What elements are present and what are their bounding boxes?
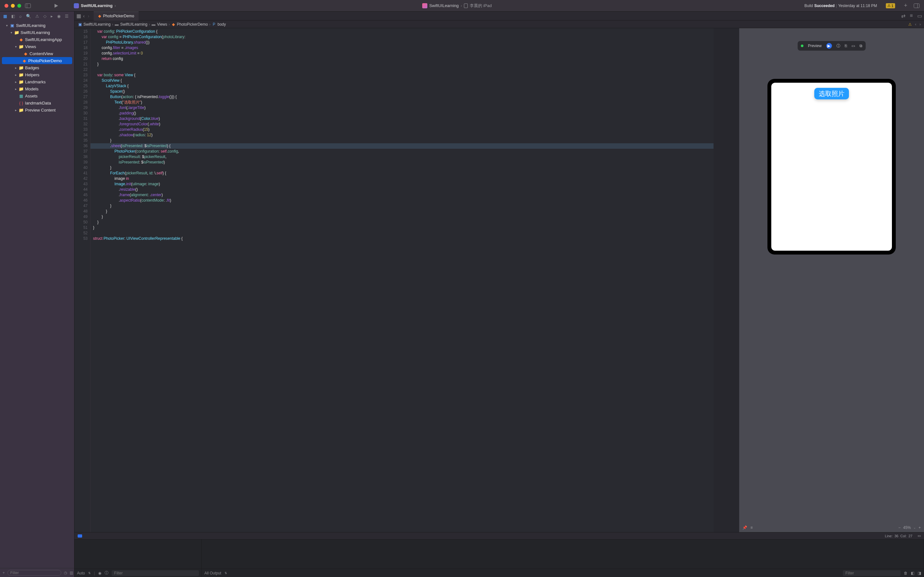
toggle-console-icon[interactable]: ◨ [918,571,921,575]
proj-icon: ▣ [78,22,82,27]
jb-item[interactable]: SwiftUILearning [83,22,111,27]
maximize-button[interactable] [17,4,21,8]
scheme-selector[interactable]: SwiftUILearning › [74,3,116,8]
source-control-navigator-icon[interactable]: ◧ [11,14,15,19]
tree-row-views[interactable]: ▾📁Views [0,43,74,50]
pin-icon[interactable]: ⎘ [845,44,847,48]
chevron-right-icon: › [461,3,462,8]
zoom-level[interactable]: 45% [903,525,911,530]
tree-row-swiftuilearning[interactable]: ▾▣SwiftUILearning [0,22,74,29]
tree-label: Preview Content [25,108,55,113]
nav-back-button[interactable]: ‹ [83,13,85,19]
jump-bar-next-icon[interactable]: › [919,22,921,27]
jump-bar-warning-icon[interactable]: ⚠ [908,22,912,27]
variables-view[interactable]: Auto ⇅ | ◉ ⓘ [74,540,202,577]
disclosure-chevron-icon[interactable]: ▾ [5,24,8,27]
run-button[interactable] [54,3,58,8]
auto-selector[interactable]: Auto [77,571,85,575]
jump-bar[interactable]: ▣ SwiftUILearning › ▬ SwiftUILearning › … [74,21,924,28]
tree-label: Assets [25,93,37,98]
tree-row-swiftuilearningapp[interactable]: ◆SwiftUILearningApp [0,36,74,43]
app-icon [74,3,79,8]
source-editor[interactable]: 1516171819202122232425262728293031323334… [74,28,739,532]
disclosure-chevron-icon[interactable]: ▸ [14,80,17,84]
add-button[interactable]: + [904,2,908,9]
build-status[interactable]: Build Succeeded | Yesterday at 11:18 PM [804,3,877,8]
issue-navigator-icon[interactable]: ⚠ [35,14,39,19]
zoom-menu-icon[interactable]: ⌄ [913,526,916,529]
breakpoint-navigator-icon[interactable]: ◉ [57,14,61,19]
nav-forward-button[interactable]: › [88,13,89,19]
disclosure-chevron-icon[interactable]: ▸ [14,73,17,77]
disclosure-chevron-icon[interactable]: ▸ [14,87,17,91]
test-navigator-icon[interactable]: ◇ [43,14,47,19]
jb-item[interactable]: SwiftUILearning [120,22,148,27]
run-destination[interactable]: SwiftUILearning › 李晨的 iPad [422,3,492,9]
zoom-in-icon[interactable]: + [919,525,921,530]
tree-row-landmarks[interactable]: ▸📁Landmarks [0,78,74,85]
zoom-out-icon[interactable]: − [898,525,901,530]
find-navigator-icon[interactable]: 🔍 [26,14,31,19]
editor-status-bar: Line: 36 Col: 27 ▭ [74,532,924,539]
tree-row-preview-content[interactable]: ▸📁Preview Content [0,106,74,113]
project-navigator-icon[interactable]: ▦ [3,14,7,19]
canvas-list-icon[interactable]: ≡ [750,525,753,530]
inspect-icon[interactable]: ⓘ [837,43,840,49]
minimap[interactable] [714,28,739,532]
jb-item[interactable]: Views [157,22,167,27]
symbol-navigator-icon[interactable]: ⌕ [19,14,22,19]
tree-row-swiftuilearning[interactable]: ▾📁SwiftUILearning [0,29,74,36]
clear-console-icon[interactable]: 🗑 [904,571,908,575]
warnings-badge[interactable]: ⚠ 1 [886,3,895,8]
quicklook-icon[interactable]: ◉ [98,571,102,575]
jb-item[interactable]: body [218,22,226,27]
minimize-button[interactable] [11,4,15,8]
disclosure-chevron-icon[interactable]: ▸ [14,108,17,112]
duplicate-preview-icon[interactable]: ⧉ [859,44,863,48]
console-filter-input[interactable] [843,570,901,576]
toggle-minimap-icon[interactable]: ⇄ [901,13,905,19]
add-file-button[interactable]: + [3,571,5,575]
tree-row-landmarkdata[interactable]: { }landmarkData [0,99,74,106]
preview-screen[interactable]: 选取照片 [771,83,892,251]
tree-row-badges[interactable]: ▸📁Badges [0,64,74,71]
tree-row-helpers[interactable]: ▸📁Helpers [0,71,74,78]
info-icon[interactable]: ⓘ [105,570,108,576]
adjust-editor-icon[interactable]: ≡ [910,13,913,19]
tree-label: Landmarks [25,79,45,84]
toggle-vars-icon[interactable]: ◧ [911,571,914,575]
console-view[interactable]: All Output ⇅ 🗑 ◧ ◨ [202,540,924,577]
output-selector[interactable]: All Output [204,571,221,575]
disclosure-chevron-icon[interactable]: ▸ [14,66,17,69]
code-content[interactable]: var config: PHPickerConfiguration { var … [90,28,714,532]
report-navigator-icon[interactable]: ☰ [65,14,69,19]
tree-row-assets[interactable]: ▦Assets [0,92,74,99]
recent-files-icon[interactable]: ◷ [64,571,67,575]
related-items-icon[interactable]: ▦ [76,13,81,19]
jb-item[interactable]: PhotoPickerDemo [177,22,208,27]
close-button[interactable] [5,4,8,8]
live-preview-icon[interactable]: ▶ [826,43,832,49]
navigator-filter-input[interactable] [7,570,61,576]
tree-row-photopickerdemo[interactable]: ◆PhotoPickerDemo [2,57,72,64]
preview-label[interactable]: Preview [808,44,822,48]
disclosure-chevron-icon[interactable]: ▾ [10,31,13,34]
status-indicator-icon[interactable] [78,534,82,538]
toggle-canvas-icon[interactable]: ▭ [917,13,922,19]
canvas-pin-icon[interactable]: 📌 [742,525,747,530]
variables-filter-input[interactable] [111,570,199,576]
toggle-left-sidebar-icon[interactable] [24,3,32,8]
debug-navigator-icon[interactable]: ▸ [51,14,53,19]
line-gutter: 1516171819202122232425262728293031323334… [74,28,90,532]
scm-filter-icon[interactable]: ▥ [69,571,73,575]
disclosure-chevron-icon[interactable]: ▾ [14,45,17,48]
device-settings-icon[interactable]: ▭ [851,44,855,48]
tab-photopickerdemo[interactable]: ◆ PhotoPickerDemo [94,11,139,21]
editor-layout-icon[interactable]: ▭ [918,534,921,538]
jump-bar-prev-icon[interactable]: ‹ [915,22,916,27]
tree-row-contentview[interactable]: ◆ContentView [0,50,74,57]
library-button[interactable] [914,3,919,8]
navigator-sidebar: ▦ ◧ ⌕ 🔍 ⚠ ◇ ▸ ◉ ☰ ▾▣SwiftUILearning▾📁Swi… [0,11,74,577]
preview-button[interactable]: 选取照片 [814,88,849,99]
tree-row-models[interactable]: ▸📁Models [0,85,74,92]
